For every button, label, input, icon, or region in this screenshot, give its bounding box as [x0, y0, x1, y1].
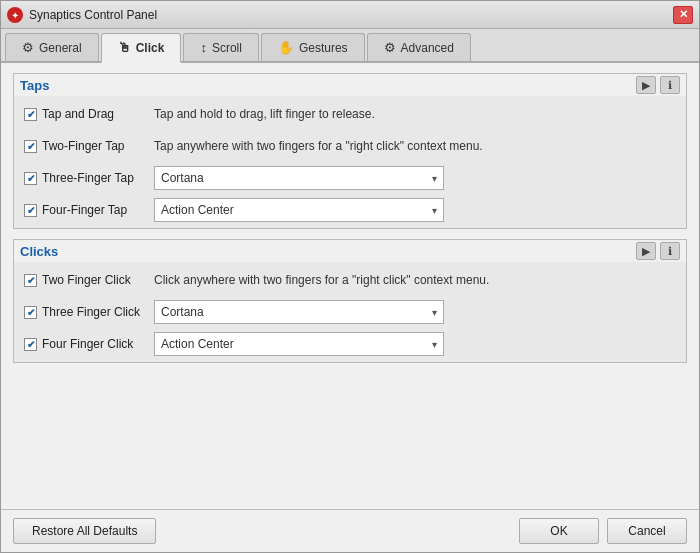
ok-button[interactable]: OK: [519, 518, 599, 544]
tap-and-drag-label[interactable]: Tap and Drag: [24, 107, 144, 121]
close-button[interactable]: ✕: [673, 6, 693, 24]
two-finger-tap-desc: Tap anywhere with two fingers for a "rig…: [154, 139, 676, 153]
taps-play-icon[interactable]: ▶: [636, 76, 656, 94]
clicks-section-header: Clicks ▶ ℹ: [14, 240, 686, 262]
tab-scroll[interactable]: ↕ Scroll: [183, 33, 259, 61]
tab-gestures-label: Gestures: [299, 41, 348, 55]
four-finger-click-text: Four Finger Click: [42, 337, 133, 351]
four-finger-tap-label[interactable]: Four-Finger Tap: [24, 203, 144, 217]
clicks-section: Clicks ▶ ℹ Two Finger Click Click anywhe…: [13, 239, 687, 363]
title-bar-left: ✦ Synaptics Control Panel: [7, 7, 157, 23]
three-finger-click-dropdown-value: Cortana: [161, 305, 204, 319]
three-finger-click-row: Three Finger Click Cortana ▾: [24, 300, 676, 324]
three-finger-tap-row: Three-Finger Tap Cortana ▾: [24, 166, 676, 190]
click-tab-icon: 🖱: [118, 40, 131, 55]
cancel-button[interactable]: Cancel: [607, 518, 687, 544]
taps-section-body: Tap and Drag Tap and hold to drag, lift …: [14, 96, 686, 228]
four-finger-tap-dropdown[interactable]: Action Center ▾: [154, 198, 444, 222]
taps-section-title: Taps: [20, 78, 49, 93]
three-finger-click-text: Three Finger Click: [42, 305, 140, 319]
two-finger-tap-row: Two-Finger Tap Tap anywhere with two fin…: [24, 134, 676, 158]
clicks-section-title: Clicks: [20, 244, 58, 259]
app-icon: ✦: [7, 7, 23, 23]
three-finger-click-dropdown-arrow: ▾: [432, 307, 437, 318]
three-finger-tap-label[interactable]: Three-Finger Tap: [24, 171, 144, 185]
gestures-tab-icon: ✋: [278, 40, 294, 55]
two-finger-click-text: Two Finger Click: [42, 273, 131, 287]
taps-section: Taps ▶ ℹ Tap and Drag Tap and hold to dr…: [13, 73, 687, 229]
tab-scroll-label: Scroll: [212, 41, 242, 55]
main-window: ✦ Synaptics Control Panel ✕ ⚙ General 🖱 …: [0, 0, 700, 553]
tab-click[interactable]: 🖱 Click: [101, 33, 182, 63]
clicks-play-icon[interactable]: ▶: [636, 242, 656, 260]
taps-section-icons: ▶ ℹ: [636, 76, 680, 94]
svg-text:✦: ✦: [11, 10, 19, 21]
four-finger-click-dropdown-arrow: ▾: [432, 339, 437, 350]
clicks-section-icons: ▶ ℹ: [636, 242, 680, 260]
three-finger-tap-text: Three-Finger Tap: [42, 171, 134, 185]
window-title: Synaptics Control Panel: [29, 8, 157, 22]
footer-right: OK Cancel: [519, 518, 687, 544]
four-finger-tap-row: Four-Finger Tap Action Center ▾: [24, 198, 676, 222]
two-finger-click-label[interactable]: Two Finger Click: [24, 273, 144, 287]
two-finger-click-row: Two Finger Click Click anywhere with two…: [24, 268, 676, 292]
two-finger-click-checkbox[interactable]: [24, 274, 37, 287]
tab-general[interactable]: ⚙ General: [5, 33, 99, 61]
four-finger-click-checkbox[interactable]: [24, 338, 37, 351]
tap-and-drag-desc: Tap and hold to drag, lift finger to rel…: [154, 107, 676, 121]
advanced-tab-icon: ⚙: [384, 40, 396, 55]
clicks-section-body: Two Finger Click Click anywhere with two…: [14, 262, 686, 362]
scroll-tab-icon: ↕: [200, 40, 207, 55]
two-finger-click-desc: Click anywhere with two fingers for a "r…: [154, 273, 676, 287]
four-finger-click-dropdown-value: Action Center: [161, 337, 234, 351]
tab-advanced[interactable]: ⚙ Advanced: [367, 33, 471, 61]
four-finger-tap-checkbox[interactable]: [24, 204, 37, 217]
three-finger-tap-dropdown-arrow: ▾: [432, 173, 437, 184]
tap-and-drag-text: Tap and Drag: [42, 107, 114, 121]
clicks-info-icon[interactable]: ℹ: [660, 242, 680, 260]
tap-and-drag-checkbox[interactable]: [24, 108, 37, 121]
four-finger-click-dropdown[interactable]: Action Center ▾: [154, 332, 444, 356]
three-finger-click-checkbox[interactable]: [24, 306, 37, 319]
four-finger-tap-dropdown-arrow: ▾: [432, 205, 437, 216]
taps-section-header: Taps ▶ ℹ: [14, 74, 686, 96]
tap-and-drag-row: Tap and Drag Tap and hold to drag, lift …: [24, 102, 676, 126]
tab-click-label: Click: [136, 41, 165, 55]
three-finger-tap-dropdown[interactable]: Cortana ▾: [154, 166, 444, 190]
restore-defaults-button[interactable]: Restore All Defaults: [13, 518, 156, 544]
three-finger-tap-checkbox[interactable]: [24, 172, 37, 185]
tab-gestures[interactable]: ✋ Gestures: [261, 33, 365, 61]
two-finger-tap-text: Two-Finger Tap: [42, 139, 124, 153]
title-bar: ✦ Synaptics Control Panel ✕: [1, 1, 699, 29]
three-finger-tap-dropdown-value: Cortana: [161, 171, 204, 185]
four-finger-tap-text: Four-Finger Tap: [42, 203, 127, 217]
tab-general-label: General: [39, 41, 82, 55]
four-finger-tap-dropdown-value: Action Center: [161, 203, 234, 217]
tab-bar: ⚙ General 🖱 Click ↕ Scroll ✋ Gestures ⚙ …: [1, 29, 699, 63]
tab-advanced-label: Advanced: [401, 41, 454, 55]
three-finger-click-label[interactable]: Three Finger Click: [24, 305, 144, 319]
four-finger-click-row: Four Finger Click Action Center ▾: [24, 332, 676, 356]
two-finger-tap-checkbox[interactable]: [24, 140, 37, 153]
content-area: Taps ▶ ℹ Tap and Drag Tap and hold to dr…: [1, 63, 699, 509]
three-finger-click-dropdown[interactable]: Cortana ▾: [154, 300, 444, 324]
footer: Restore All Defaults OK Cancel: [1, 509, 699, 552]
four-finger-click-label[interactable]: Four Finger Click: [24, 337, 144, 351]
taps-info-icon[interactable]: ℹ: [660, 76, 680, 94]
two-finger-tap-label[interactable]: Two-Finger Tap: [24, 139, 144, 153]
general-tab-icon: ⚙: [22, 40, 34, 55]
